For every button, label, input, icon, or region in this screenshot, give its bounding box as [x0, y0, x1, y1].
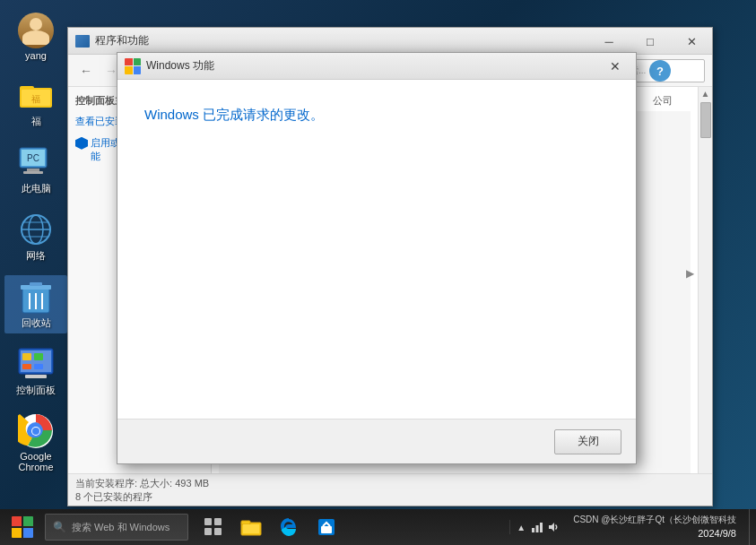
shield-icon: [75, 137, 88, 150]
windows-logo-icon: [125, 58, 141, 74]
folder-icon: 福: [18, 77, 54, 113]
footer: 当前安装程序: 总大小: 493 MB 8 个已安装的程序: [68, 473, 712, 506]
svg-rect-34: [204, 528, 212, 535]
desktop-icon-recycle-label: 回收站: [22, 316, 51, 330]
chrome-icon: [18, 413, 54, 449]
taskbar-search-box[interactable]: 🔍 搜索 Web 和 Windows: [45, 514, 188, 541]
system-tray: ▲: [509, 520, 564, 534]
desktop-icon-control-panel-label: 控制面板: [16, 384, 56, 397]
programs-features-title-text: 程序和功能: [95, 33, 149, 48]
back-button[interactable]: ←: [75, 60, 97, 82]
system-tray-text: CSDN @长沙红胖子Qt（长沙创微智科技 2024/9/8: [573, 513, 736, 541]
svg-rect-22: [22, 353, 31, 360]
scrollbar-track[interactable]: [700, 99, 711, 496]
start-button[interactable]: [0, 509, 45, 545]
show-desktop-button[interactable]: [749, 509, 756, 545]
footer-size-text: 当前安装程序: 总大小: 493 MB: [75, 477, 209, 490]
taskbar: 🔍 搜索 Web 和 Windows: [0, 509, 756, 545]
dialog-title: Windows 功能: [125, 58, 214, 74]
maximize-button[interactable]: □: [630, 28, 671, 55]
start-windows-icon: [12, 516, 33, 538]
svg-marker-44: [549, 523, 554, 532]
csdn-text: CSDN @长沙红胖子Qt（长沙创微智科技: [573, 513, 736, 526]
tray-up-arrow[interactable]: ▲: [514, 520, 528, 534]
window-controls: ─ □ ✕: [588, 28, 712, 55]
dialog-content: Windows 已完成请求的更改。: [117, 80, 636, 419]
windows-feature-dialog: Windows 功能 ✕ Windows 已完成请求的更改。 关闭: [117, 52, 637, 464]
desktop: yang 福 福 PC: [0, 0, 756, 545]
scroll-up-arrow[interactable]: ▲: [701, 89, 710, 99]
desktop-icons: yang 福 福 PC: [0, 0, 72, 545]
help-button[interactable]: ?: [649, 60, 671, 82]
computer-icon: PC: [18, 144, 54, 180]
clock-area[interactable]: CSDN @长沙红胖子Qt（长沙创微智科技 2024/9/8: [564, 513, 745, 541]
taskbar-search-icon: 🔍: [53, 521, 66, 533]
programs-features-titlebar: 程序和功能 ─ □ ✕: [68, 28, 712, 55]
desktop-icon-network-label: 网络: [26, 249, 46, 263]
right-arrow-scroll[interactable]: ▶: [686, 267, 694, 280]
desktop-icon-chrome[interactable]: Google Chrome: [4, 410, 67, 476]
svg-rect-43: [540, 523, 543, 532]
control-panel-icon: [18, 346, 54, 382]
file-explorer-taskbar-button[interactable]: [233, 509, 269, 545]
company-column-header: 公司: [653, 94, 673, 108]
task-view-button[interactable]: [196, 509, 231, 545]
desktop-icon-pc-label: 此电脑: [22, 182, 51, 195]
desktop-icon-yang-label: yang: [25, 50, 47, 61]
user-avatar-icon: [18, 13, 54, 48]
footer-info: 当前安装程序: 总大小: 493 MB 8 个已安装的程序: [75, 477, 209, 504]
desktop-icon-recycle[interactable]: 回收站: [4, 275, 67, 333]
desktop-icon-chrome-label: Google Chrome: [18, 451, 53, 472]
csdn-label: CSDN @长沙红胖子Qt（长沙创微智科技: [573, 515, 736, 524]
programs-title-icon: [75, 35, 90, 48]
dialog-close-button[interactable]: 关闭: [554, 429, 621, 454]
network-tray-icon[interactable]: [530, 520, 544, 534]
store-taskbar-button[interactable]: [308, 509, 344, 545]
svg-rect-25: [34, 364, 43, 369]
edge-taskbar-button[interactable]: [271, 509, 307, 545]
desktop-icon-fu-label: 福: [31, 115, 41, 128]
desktop-icon-yang[interactable]: yang: [4, 9, 67, 65]
desktop-icon-control-panel[interactable]: 控制面板: [4, 342, 67, 401]
dialog-footer: 关闭: [117, 419, 636, 463]
dialog-message: Windows 已完成请求的更改。: [144, 107, 609, 124]
vertical-scrollbar[interactable]: ▲ ▼: [698, 87, 712, 506]
svg-rect-26: [25, 375, 47, 378]
svg-rect-38: [243, 524, 259, 533]
svg-rect-24: [22, 364, 31, 369]
desktop-icon-fu[interactable]: 福 福: [4, 74, 67, 132]
clock-date: 2024/9/8: [573, 526, 736, 541]
svg-rect-7: [23, 171, 43, 174]
svg-text:PC: PC: [27, 153, 39, 163]
dialog-close-x-button[interactable]: ✕: [595, 53, 636, 80]
svg-point-31: [32, 428, 39, 435]
scrollbar-thumb[interactable]: [700, 102, 711, 138]
dialog-titlebar: Windows 功能 ✕: [117, 53, 636, 80]
svg-rect-6: [27, 169, 39, 171]
svg-rect-23: [34, 353, 43, 360]
programs-features-title: 程序和功能: [75, 33, 149, 48]
network-icon: [18, 212, 54, 247]
volume-tray-icon[interactable]: [546, 520, 560, 534]
dialog-title-text-label: Windows 功能: [146, 58, 214, 74]
svg-rect-32: [204, 518, 212, 525]
recycle-bin-icon: [18, 279, 54, 315]
footer-count-text: 8 个已安装的程序: [75, 490, 209, 504]
svg-rect-41: [532, 528, 534, 532]
desktop-icon-this-pc[interactable]: PC 此电脑: [4, 141, 67, 199]
svg-rect-16: [30, 282, 42, 286]
desktop-icon-network[interactable]: 网络: [4, 208, 67, 266]
svg-rect-40: [321, 526, 332, 533]
taskbar-pinned-items: [196, 509, 344, 545]
close-window-button[interactable]: ✕: [671, 28, 712, 55]
svg-rect-35: [214, 528, 222, 535]
svg-rect-33: [214, 518, 222, 525]
minimize-button[interactable]: ─: [588, 28, 630, 55]
size-label: 当前安装程序: 总大小: 493 MB: [75, 478, 209, 489]
svg-rect-37: [241, 521, 250, 524]
svg-rect-42: [536, 525, 539, 532]
taskbar-search-placeholder: 搜索 Web 和 Windows: [72, 521, 169, 534]
svg-text:福: 福: [31, 94, 40, 104]
